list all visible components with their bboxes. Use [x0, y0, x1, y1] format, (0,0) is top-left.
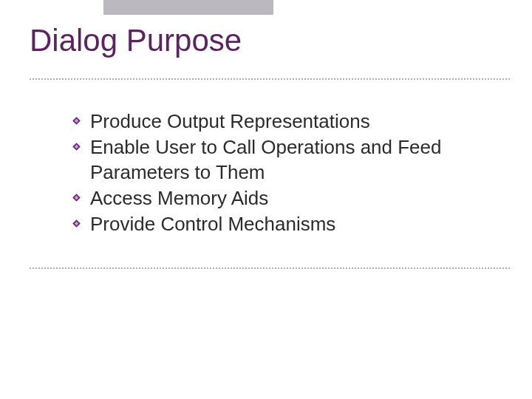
- list-item: Provide Control Mechanisms: [71, 212, 502, 236]
- slide: Dialog Purpose Produce Output Representa…: [0, 0, 532, 399]
- diamond-bullet-icon: [71, 192, 82, 203]
- bullet-text: Access Memory Aids: [90, 187, 268, 209]
- content-underline: [30, 267, 510, 269]
- bullet-text: Provide Control Mechanisms: [90, 213, 335, 235]
- accent-bar: [103, 0, 273, 15]
- list-item: Access Memory Aids: [71, 186, 502, 211]
- bullet-list: Produce Output Representations Enable Us…: [71, 109, 502, 238]
- list-item: Produce Output Representations: [71, 109, 502, 134]
- slide-title: Dialog Purpose: [30, 24, 502, 65]
- title-wrap: Dialog Purpose: [30, 24, 502, 65]
- list-item: Enable User to Call Operations and Feed …: [71, 135, 502, 185]
- diamond-bullet-icon: [71, 115, 82, 126]
- title-underline: [30, 78, 510, 80]
- diamond-bullet-icon: [71, 218, 82, 229]
- bullet-text: Enable User to Call Operations and Feed …: [90, 136, 442, 183]
- bullet-text: Produce Output Representations: [90, 110, 370, 132]
- diamond-bullet-icon: [71, 141, 82, 152]
